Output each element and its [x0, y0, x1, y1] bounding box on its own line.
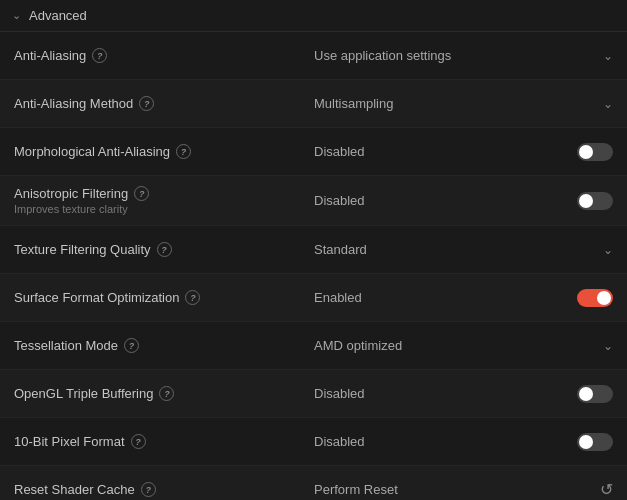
setting-value-col-anisotropic-filtering: Disabled: [300, 182, 627, 220]
setting-value-col-reset-shader-cache: Perform Reset↺: [300, 470, 627, 500]
setting-sublabel-anisotropic-filtering: Improves texture clarity: [14, 203, 286, 215]
setting-label-row-texture-filtering-quality: Texture Filtering Quality?: [14, 242, 286, 257]
setting-label-row-anti-aliasing: Anti-Aliasing?: [14, 48, 286, 63]
setting-value-col-morphological-anti-aliasing: Disabled: [300, 133, 627, 171]
header-chevron-icon: ⌄: [12, 9, 21, 22]
toggle-10bit-pixel-format[interactable]: [577, 433, 613, 451]
help-icon-texture-filtering-quality[interactable]: ?: [157, 242, 172, 257]
setting-value-col-opengl-triple-buffering: Disabled: [300, 375, 627, 413]
setting-label-anti-aliasing: Anti-Aliasing: [14, 48, 86, 63]
setting-value-col-anti-aliasing-method: Multisampling⌄: [300, 86, 627, 121]
toggle-anisotropic-filtering[interactable]: [577, 192, 613, 210]
setting-value-text-reset-shader-cache: Perform Reset: [314, 482, 398, 497]
setting-label-row-surface-format-optimization: Surface Format Optimization?: [14, 290, 286, 305]
toggle-opengl-triple-buffering[interactable]: [577, 385, 613, 403]
setting-row-tessellation-mode: Tessellation Mode?AMD optimized⌄: [0, 322, 627, 370]
setting-value-text-anti-aliasing-method: Multisampling: [314, 96, 393, 111]
setting-value-col-10bit-pixel-format: Disabled: [300, 423, 627, 461]
setting-value-text-texture-filtering-quality: Standard: [314, 242, 367, 257]
setting-value-text-10bit-pixel-format: Disabled: [314, 434, 365, 449]
setting-label-col-anti-aliasing-method: Anti-Aliasing Method?: [0, 86, 300, 121]
dropdown-chevron-icon-anti-aliasing[interactable]: ⌄: [603, 49, 613, 63]
setting-row-opengl-triple-buffering: OpenGL Triple Buffering?Disabled: [0, 370, 627, 418]
dropdown-chevron-icon-anti-aliasing-method[interactable]: ⌄: [603, 97, 613, 111]
help-icon-reset-shader-cache[interactable]: ?: [141, 482, 156, 497]
setting-label-texture-filtering-quality: Texture Filtering Quality: [14, 242, 151, 257]
setting-label-col-texture-filtering-quality: Texture Filtering Quality?: [0, 232, 300, 267]
setting-label-surface-format-optimization: Surface Format Optimization: [14, 290, 179, 305]
setting-label-reset-shader-cache: Reset Shader Cache: [14, 482, 135, 497]
dropdown-chevron-icon-tessellation-mode[interactable]: ⌄: [603, 339, 613, 353]
setting-value-text-anisotropic-filtering: Disabled: [314, 193, 365, 208]
setting-value-col-tessellation-mode: AMD optimized⌄: [300, 328, 627, 363]
setting-label-tessellation-mode: Tessellation Mode: [14, 338, 118, 353]
dropdown-chevron-icon-texture-filtering-quality[interactable]: ⌄: [603, 243, 613, 257]
help-icon-anti-aliasing[interactable]: ?: [92, 48, 107, 63]
setting-label-row-anisotropic-filtering: Anisotropic Filtering?: [14, 186, 286, 201]
setting-label-col-reset-shader-cache: Reset Shader Cache?: [0, 472, 300, 500]
setting-label-row-opengl-triple-buffering: OpenGL Triple Buffering?: [14, 386, 286, 401]
setting-value-col-anti-aliasing: Use application settings⌄: [300, 38, 627, 73]
setting-label-anti-aliasing-method: Anti-Aliasing Method: [14, 96, 133, 111]
setting-label-10bit-pixel-format: 10-Bit Pixel Format: [14, 434, 125, 449]
setting-value-text-surface-format-optimization: Enabled: [314, 290, 362, 305]
setting-row-anisotropic-filtering: Anisotropic Filtering?Improves texture c…: [0, 176, 627, 226]
setting-value-text-opengl-triple-buffering: Disabled: [314, 386, 365, 401]
setting-row-surface-format-optimization: Surface Format Optimization?Enabled: [0, 274, 627, 322]
help-icon-surface-format-optimization[interactable]: ?: [185, 290, 200, 305]
setting-row-10bit-pixel-format: 10-Bit Pixel Format?Disabled: [0, 418, 627, 466]
setting-value-col-texture-filtering-quality: Standard⌄: [300, 232, 627, 267]
setting-row-anti-aliasing-method: Anti-Aliasing Method?Multisampling⌄: [0, 80, 627, 128]
setting-label-col-tessellation-mode: Tessellation Mode?: [0, 328, 300, 363]
help-icon-anisotropic-filtering[interactable]: ?: [134, 186, 149, 201]
setting-label-col-anisotropic-filtering: Anisotropic Filtering?Improves texture c…: [0, 176, 300, 225]
setting-label-row-10bit-pixel-format: 10-Bit Pixel Format?: [14, 434, 286, 449]
help-icon-10bit-pixel-format[interactable]: ?: [131, 434, 146, 449]
setting-value-text-tessellation-mode: AMD optimized: [314, 338, 402, 353]
help-icon-opengl-triple-buffering[interactable]: ?: [159, 386, 174, 401]
setting-row-morphological-anti-aliasing: Morphological Anti-Aliasing?Disabled: [0, 128, 627, 176]
setting-label-col-opengl-triple-buffering: OpenGL Triple Buffering?: [0, 376, 300, 411]
help-icon-anti-aliasing-method[interactable]: ?: [139, 96, 154, 111]
toggle-surface-format-optimization[interactable]: [577, 289, 613, 307]
setting-value-text-morphological-anti-aliasing: Disabled: [314, 144, 365, 159]
setting-label-row-morphological-anti-aliasing: Morphological Anti-Aliasing?: [14, 144, 286, 159]
setting-label-col-anti-aliasing: Anti-Aliasing?: [0, 38, 300, 73]
help-icon-morphological-anti-aliasing[interactable]: ?: [176, 144, 191, 159]
setting-row-anti-aliasing: Anti-Aliasing?Use application settings⌄: [0, 32, 627, 80]
setting-value-col-surface-format-optimization: Enabled: [300, 279, 627, 317]
setting-value-text-anti-aliasing: Use application settings: [314, 48, 451, 63]
help-icon-tessellation-mode[interactable]: ?: [124, 338, 139, 353]
setting-label-col-10bit-pixel-format: 10-Bit Pixel Format?: [0, 424, 300, 459]
setting-label-col-surface-format-optimization: Surface Format Optimization?: [0, 280, 300, 315]
setting-label-row-reset-shader-cache: Reset Shader Cache?: [14, 482, 286, 497]
setting-label-row-tessellation-mode: Tessellation Mode?: [14, 338, 286, 353]
header-title: Advanced: [29, 8, 87, 23]
setting-label-col-morphological-anti-aliasing: Morphological Anti-Aliasing?: [0, 134, 300, 169]
reset-icon-reset-shader-cache[interactable]: ↺: [600, 480, 613, 499]
setting-label-anisotropic-filtering: Anisotropic Filtering: [14, 186, 128, 201]
toggle-morphological-anti-aliasing[interactable]: [577, 143, 613, 161]
setting-label-morphological-anti-aliasing: Morphological Anti-Aliasing: [14, 144, 170, 159]
settings-list: Anti-Aliasing?Use application settings⌄A…: [0, 32, 627, 500]
setting-row-texture-filtering-quality: Texture Filtering Quality?Standard⌄: [0, 226, 627, 274]
setting-row-reset-shader-cache: Reset Shader Cache?Perform Reset↺: [0, 466, 627, 500]
setting-label-opengl-triple-buffering: OpenGL Triple Buffering: [14, 386, 153, 401]
header[interactable]: ⌄ Advanced: [0, 0, 627, 32]
setting-label-row-anti-aliasing-method: Anti-Aliasing Method?: [14, 96, 286, 111]
